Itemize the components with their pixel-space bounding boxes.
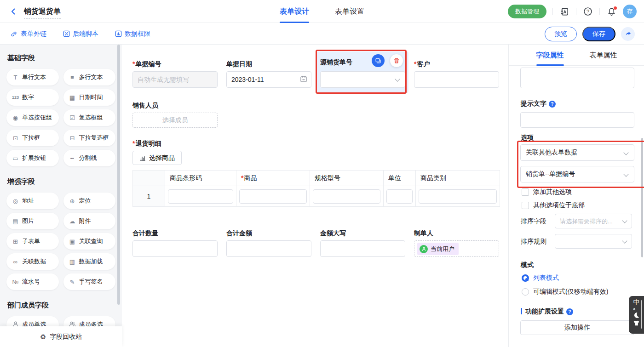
field-pill-linked-data[interactable]: ∞关联数据: [6, 253, 59, 270]
doc-number-input[interactable]: [132, 71, 218, 88]
tab-form-settings[interactable]: 表单设置: [335, 0, 364, 23]
creator-box[interactable]: 当前用户: [414, 240, 499, 257]
section-accent-bar: [521, 308, 522, 314]
help-icon[interactable]: ?: [582, 6, 593, 17]
panel-top-input[interactable]: [520, 68, 634, 88]
field-pill-number[interactable]: 123数字: [6, 89, 59, 106]
field-pill-checkbox-group[interactable]: ☑复选框组: [63, 109, 116, 126]
tab-field-properties[interactable]: 字段属性: [536, 45, 564, 66]
field-pill-signature[interactable]: ✎手写签名: [63, 273, 116, 290]
svg-text:?: ?: [586, 9, 589, 14]
barcode-cell-input[interactable]: [168, 189, 233, 204]
field-pill-address[interactable]: ◎地址: [6, 193, 59, 209]
spec-cell-input[interactable]: [313, 189, 380, 204]
panel-scrollbar-thumb[interactable]: [641, 138, 643, 257]
field-source-order-selected[interactable]: 源销货单号: [316, 51, 408, 93]
field-label: 制单人: [414, 228, 499, 238]
checkbox-other-option-bottom[interactable]: 其他选项位于底部: [522, 201, 585, 210]
field-library-sidebar: 基础字段 T单行文本 ≡多行文本 123数字 ▦日期时间 ◉单选按钮组 ☑复选框…: [0, 45, 122, 347]
customer-input[interactable]: [414, 71, 499, 88]
field-pill-extend-button[interactable]: ▭扩展按钮: [6, 150, 59, 166]
header: 销货退货单 表单设计 表单设置 数据管理 ? 存: [0, 0, 644, 23]
help-icon[interactable]: ?: [566, 308, 573, 315]
back-icon[interactable]: [8, 6, 18, 17]
preview-button[interactable]: 预览: [545, 27, 577, 41]
backend-script-button[interactable]: 后端脚本: [63, 30, 98, 38]
field-total-qty: 合计数量: [132, 228, 218, 257]
properties-panel: 字段属性 表单属性 提示文字? 选项 关联其他表单数据 销货单--单据编号 添加…: [508, 45, 644, 347]
data-permission-button[interactable]: 数据权限: [115, 30, 150, 38]
amount-words-input[interactable]: [320, 240, 405, 257]
field-pill-subform[interactable]: ⊞子表单: [6, 233, 59, 250]
notification-bell-icon[interactable]: [606, 6, 617, 17]
radio-icon: [522, 288, 529, 296]
page-title[interactable]: 销货退货单: [24, 7, 61, 19]
field-pill-datetime[interactable]: ▦日期时间: [63, 89, 116, 106]
user-icon: [420, 245, 428, 253]
share-button[interactable]: [621, 27, 635, 41]
option-source-select[interactable]: 销货单--单据编号: [520, 166, 634, 182]
sort-rule-label: 排序规则: [521, 238, 546, 246]
bar-chart-icon: ▥: [69, 259, 76, 265]
field-customer: *客户: [414, 59, 499, 88]
add-action-button[interactable]: 添加操作: [520, 320, 634, 335]
avatar[interactable]: 存: [623, 5, 637, 18]
delete-field-button[interactable]: [390, 54, 403, 67]
field-pill-serial-number[interactable]: №流水号: [6, 273, 59, 290]
section-title-member: 部门成员字段: [7, 301, 115, 310]
field-recycle-bin[interactable]: ♻ 字段回收站: [0, 326, 122, 347]
doc-date-input[interactable]: [226, 71, 311, 88]
col-header-barcode: 商品条形码: [165, 171, 236, 186]
select-member-box[interactable]: 选择成员: [132, 113, 218, 128]
col-header-product: *商品: [236, 171, 310, 186]
dark-mode-icon[interactable]: [633, 312, 640, 319]
copy-field-button[interactable]: [372, 54, 385, 67]
checkbox-add-other-option[interactable]: 添加其他选项: [522, 188, 572, 196]
select-product-button[interactable]: 选择商品: [132, 151, 182, 165]
unit-cell-input[interactable]: [386, 189, 413, 204]
tab-form-properties[interactable]: 表单属性: [590, 45, 617, 66]
field-pill-single-line-text[interactable]: T单行文本: [6, 69, 59, 85]
field-pill-data-load[interactable]: ▥数据加载: [63, 253, 116, 270]
form-designer-app: 销货退货单 表单设计 表单设置 数据管理 ? 存: [0, 0, 644, 347]
field-pill-linked-query[interactable]: ▣关联查询: [63, 233, 116, 250]
row-index: 1: [133, 186, 165, 207]
total-amount-input[interactable]: [226, 240, 311, 257]
category-cell-input[interactable]: [419, 189, 497, 204]
field-pill-multi-dropdown[interactable]: ⊟下拉复选框: [63, 130, 116, 146]
field-pill-divider[interactable]: ╍分割线: [63, 150, 116, 166]
translate-icon[interactable]: 中: [633, 299, 640, 306]
hint-text-label: 提示文字?: [521, 100, 556, 108]
extension-settings-label: 功能扩展设置?: [521, 307, 573, 316]
sort-rule-select[interactable]: [555, 234, 632, 249]
data-manage-button[interactable]: 数据管理: [508, 5, 546, 18]
total-qty-input[interactable]: [132, 240, 218, 257]
theme-shirt-icon[interactable]: [633, 320, 640, 326]
external-link-button[interactable]: 表单外链: [11, 30, 46, 38]
checkbox-icon: [522, 202, 529, 209]
source-order-select[interactable]: [320, 71, 405, 88]
address-book-icon[interactable]: [559, 6, 570, 17]
help-icon[interactable]: ?: [549, 101, 556, 108]
button-icon: ▭: [12, 155, 19, 161]
radio-editable-mode[interactable]: 可编辑模式(仅移动端有效): [522, 288, 608, 296]
sidebar-scrollbar-thumb[interactable]: [117, 45, 120, 305]
browser-extension-widget: 中 a: [629, 296, 644, 334]
field-pill-attachment[interactable]: ☁附件: [63, 213, 116, 229]
hint-text-input[interactable]: [520, 112, 634, 128]
text-icon: T: [12, 74, 19, 80]
product-cell-input[interactable]: [239, 189, 307, 204]
option-type-select[interactable]: 关联其他表单数据: [520, 144, 634, 161]
field-label: *单据编号: [132, 59, 218, 68]
field-pill-dropdown[interactable]: ⊡下拉框: [6, 130, 59, 146]
save-button[interactable]: 保存: [582, 27, 615, 41]
field-pill-image[interactable]: ▤图片: [6, 213, 59, 229]
notification-dot: [614, 6, 617, 10]
field-pill-radio-group[interactable]: ◉单选按钮组: [6, 109, 59, 126]
radio-list-mode[interactable]: 列表模式: [522, 274, 559, 282]
tab-form-design[interactable]: 表单设计: [280, 0, 309, 23]
field-pill-geolocation[interactable]: ⊕定位: [63, 193, 116, 209]
sort-field-select[interactable]: [555, 214, 632, 228]
field-pill-multi-line-text[interactable]: ≡多行文本: [63, 69, 116, 85]
translate-sub-icon[interactable]: a: [633, 307, 635, 310]
